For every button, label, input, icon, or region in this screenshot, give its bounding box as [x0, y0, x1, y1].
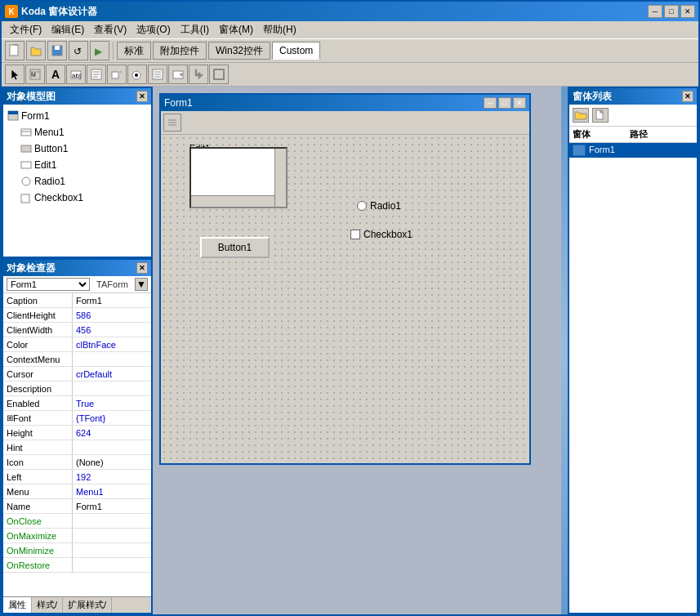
inspector-row-clientwidth[interactable]: ClientWidth 456	[3, 323, 151, 337]
inspector-row-onrestore[interactable]: OnRestore	[3, 558, 151, 573]
inspector-row-left[interactable]: Left 192	[3, 470, 151, 484]
menu-form[interactable]: 窗体(M)	[214, 21, 258, 38]
menu-file[interactable]: 文件(F)	[5, 21, 47, 38]
window-list-close[interactable]: ✕	[682, 91, 693, 102]
inspector-val-clientwidth[interactable]: 456	[73, 323, 151, 337]
inspector-val-clientheight[interactable]: 586	[73, 308, 151, 322]
center-resize-handle[interactable]	[561, 87, 568, 614]
tool-radio[interactable]	[127, 65, 147, 84]
edit1-scrollbar-h[interactable]	[191, 195, 274, 207]
tab-custom[interactable]: Custom	[272, 42, 320, 60]
form1-maximize[interactable]: □	[498, 97, 511, 109]
radio1-control[interactable]: Radio1	[357, 200, 401, 212]
toolbar-save[interactable]	[47, 41, 67, 60]
edit1-scrollbar-v[interactable]	[274, 149, 286, 207]
inspector-row-menu[interactable]: Menu Menu1	[3, 484, 151, 499]
tree-item-checkbox1[interactable]: Checkbox1	[7, 190, 148, 206]
inspector-row-height[interactable]: Height 624	[3, 426, 151, 440]
inspector-row-hint[interactable]: Hint	[3, 440, 151, 455]
inspector-row-onclose[interactable]: OnClose	[3, 514, 151, 529]
toolbar-new[interactable]	[5, 41, 25, 60]
tree-item-edit1[interactable]: Edit1	[7, 157, 148, 173]
inspector-row-cursor[interactable]: Cursor crDefault	[3, 367, 151, 382]
inspector-val-cursor[interactable]: crDefault	[73, 367, 151, 381]
object-inspector-close[interactable]: ✕	[136, 262, 148, 274]
inspector-val-left[interactable]: 192	[73, 470, 151, 484]
menu-help[interactable]: 帮助(H)	[258, 21, 301, 38]
inspector-val-name[interactable]: Form1	[73, 499, 151, 513]
tab-win32[interactable]: Win32控件	[208, 42, 270, 60]
tool-combobox[interactable]	[168, 65, 188, 84]
inspector-row-onminimize[interactable]: OnMinimize	[3, 543, 151, 558]
inspector-row-contextmenu[interactable]: ContextMenu	[3, 352, 151, 367]
inspector-val-icon[interactable]: (None)	[73, 455, 151, 469]
tree-item-button1[interactable]: Button1	[7, 141, 148, 157]
menu-options[interactable]: 选项(O)	[132, 21, 175, 38]
wl-folder-icon[interactable]	[573, 108, 589, 123]
inspector-row-description[interactable]: Description	[3, 382, 151, 396]
tool-edit[interactable]: ab|	[66, 65, 86, 84]
inspector-row-clientheight[interactable]: ClientHeight 586	[3, 308, 151, 323]
menu-tools[interactable]: 工具(I)	[176, 21, 214, 38]
inspector-row-enabled[interactable]: Enabled True	[3, 396, 151, 411]
inspector-object-select[interactable]: Form1	[7, 278, 90, 291]
edit1-control[interactable]	[189, 147, 288, 208]
form1-client[interactable]: Edit1 Button1 Radio1	[161, 135, 529, 463]
form-menu-icon[interactable]	[163, 114, 181, 132]
tree-item-menu1[interactable]: Menu1	[7, 124, 148, 141]
inspector-val-onclose[interactable]	[73, 514, 151, 528]
window-list-item-form1[interactable]: Form1	[569, 143, 697, 158]
maximize-button[interactable]: □	[664, 5, 679, 18]
inspector-row-font[interactable]: Font {TFont}	[3, 411, 151, 426]
form1-window[interactable]: Form1 ─ □ ✕ Edit1	[159, 93, 531, 465]
inspector-val-enabled[interactable]: True	[73, 396, 151, 410]
inspector-val-description[interactable]	[73, 382, 151, 395]
tool-cursor[interactable]	[5, 65, 25, 84]
tool-listbox[interactable]	[148, 65, 167, 84]
wl-file-icon[interactable]	[592, 108, 609, 123]
menu-edit[interactable]: 编辑(E)	[47, 21, 89, 38]
tab-addon[interactable]: 附加控件	[153, 42, 207, 60]
minimize-button[interactable]: ─	[648, 5, 662, 18]
inspector-val-menu[interactable]: Menu1	[73, 484, 151, 498]
inspector-tab-properties[interactable]: 属性	[3, 597, 32, 613]
inspector-val-contextmenu[interactable]	[73, 352, 151, 366]
inspector-val-onminimize[interactable]	[73, 543, 151, 557]
tool-panel[interactable]	[209, 65, 229, 84]
inspector-val-font[interactable]: {TFont}	[73, 411, 151, 425]
close-button[interactable]: ✕	[680, 5, 695, 18]
inspector-row-onmaximize[interactable]: OnMaximize	[3, 529, 151, 543]
inspector-tab-styles[interactable]: 样式/	[32, 597, 63, 613]
tool-menu[interactable]: M	[25, 65, 45, 84]
checkbox1-control[interactable]: Checkbox1	[350, 229, 412, 240]
tool-checkbox[interactable]	[107, 65, 127, 84]
inspector-val-onrestore[interactable]	[73, 558, 151, 572]
tree-item-radio1[interactable]: Radio1	[7, 173, 148, 190]
toolbar-undo[interactable]: ↺	[69, 41, 88, 60]
svg-rect-0	[10, 45, 18, 56]
menu-view[interactable]: 查看(V)	[89, 21, 132, 38]
inspector-val-color[interactable]: clBtnFace	[73, 337, 151, 351]
inspector-row-icon[interactable]: Icon (None)	[3, 455, 151, 470]
form1-minimize[interactable]: ─	[484, 97, 497, 109]
inspector-val-height[interactable]: 624	[73, 426, 151, 440]
svg-rect-3	[55, 46, 60, 50]
toolbar-redo[interactable]: ▶	[90, 41, 109, 60]
inspector-val-hint[interactable]	[73, 440, 151, 454]
inspector-row-caption[interactable]: Caption Form1	[3, 293, 151, 308]
tool-memo[interactable]	[87, 65, 106, 84]
object-tree-close[interactable]: ✕	[136, 91, 148, 102]
tool-label[interactable]: A	[46, 65, 65, 84]
tool-cursor2[interactable]	[189, 65, 208, 84]
inspector-tab-extended[interactable]: 扩展样式/	[63, 597, 112, 613]
toolbar-open[interactable]	[26, 41, 46, 60]
form1-close[interactable]: ✕	[513, 97, 526, 109]
inspector-val-onmaximize[interactable]	[73, 529, 151, 542]
inspector-val-caption[interactable]: Form1	[73, 293, 151, 307]
tree-item-form1[interactable]: Form1	[7, 108, 148, 124]
inspector-row-color[interactable]: Color clBtnFace	[3, 337, 151, 352]
inspector-row-name[interactable]: Name Form1	[3, 499, 151, 514]
button1-control[interactable]: Button1	[200, 237, 270, 258]
tab-standard[interactable]: 标准	[117, 42, 151, 60]
inspector-dropdown[interactable]: ▼	[135, 278, 148, 291]
